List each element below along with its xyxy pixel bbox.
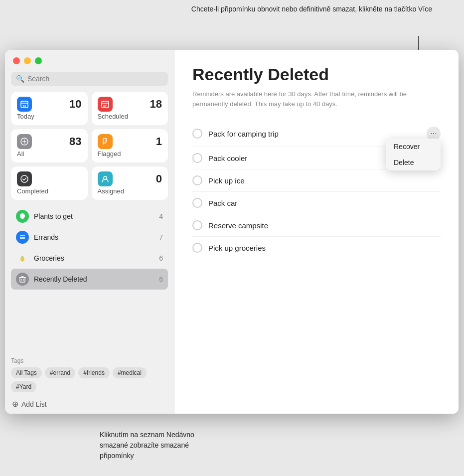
completed-label: Completed [17,187,82,195]
minimize-button[interactable] [24,57,31,64]
svg-text:10: 10 [23,105,26,108]
reminder-list: Pack for camping trip ··· Recover Delete… [192,121,441,259]
flagged-label: Flagged [98,150,162,158]
completed-icon [17,171,32,186]
all-count: 83 [69,135,81,148]
tags-section: Tags All Tags#errand#friends#medical#Yar… [5,353,174,394]
reminder-item: Pack car [192,192,441,214]
tag-friends[interactable]: #friends [78,367,110,378]
reminder-circle[interactable] [192,129,202,139]
errands-list-name: Errands [34,233,154,241]
plants-list-count: 4 [159,212,163,220]
errands-list-icon [16,231,29,244]
all-label: All [17,150,82,158]
recently-deleted-list-name: Recently Deleted [34,275,154,283]
recently-deleted-list-count: 6 [159,275,163,283]
app-window: 🔍 10 10 Today 18 Scheduled 83 All [5,50,459,414]
search-icon: 🔍 [16,75,24,83]
groceries-list-name: Groceries [34,254,154,262]
list-item-recently-deleted[interactable]: Recently Deleted 6 [11,269,168,290]
svg-point-20 [21,256,23,258]
today-count: 10 [69,98,81,111]
list-item-errands[interactable]: Errands 7 [11,227,168,248]
errands-list-count: 7 [159,233,163,241]
smart-lists: 10 10 Today 18 Scheduled 83 All 1 Flagge [5,92,174,204]
tag-medical[interactable]: #medical [113,367,147,378]
reminder-text: Pick up ice [208,176,441,185]
reminder-circle[interactable] [192,243,202,253]
main-content: Recently Deleted Reminders are available… [174,50,459,414]
all-icon [17,134,32,149]
tag-all tags[interactable]: All Tags [11,367,42,378]
page-title: Recently Deleted [192,65,441,84]
groceries-list-count: 6 [159,254,163,262]
svg-point-14 [21,175,28,182]
reminder-item: Reserve campsite [192,214,441,237]
annotation-top: Chcete-li připomínku obnovit nebo defini… [169,4,454,14]
tag-yard[interactable]: #Yard [11,381,36,392]
page-description: Reminders are available here for 30 days… [192,89,432,109]
tag-errand[interactable]: #errand [45,367,75,378]
add-list-label: Add List [21,400,47,408]
search-input[interactable] [27,75,163,83]
annotation-bottom: Kliknutím na seznam Nedávno smazané zobr… [100,430,209,461]
svg-rect-21 [20,278,25,282]
scheduled-label: Scheduled [98,113,162,120]
reminder-text: Pick up groceries [208,244,441,252]
titlebar [5,50,174,72]
add-list-button[interactable]: ⊕ Add List [5,394,174,414]
recently-deleted-list-icon [16,273,29,286]
reminder-circle[interactable] [192,198,202,208]
smart-list-today[interactable]: 10 10 Today [11,92,88,125]
reminder-text: Pack car [208,199,441,207]
flagged-icon [98,134,113,149]
close-button[interactable] [13,57,20,64]
svg-point-15 [104,176,107,179]
list-item-plants[interactable]: Plants to get 4 [11,206,168,227]
smart-list-flagged[interactable]: 1 Flagged [92,129,168,162]
flagged-count: 1 [156,135,162,148]
reminder-text: Reserve campsite [208,221,441,230]
plants-list-name: Plants to get [34,212,154,220]
list-items: Plants to get 4 Errands 7 Groceries 6 Re… [5,204,174,353]
tags-wrap: All Tags#errand#friends#medical#Yard [11,367,168,392]
delete-menu-item[interactable]: Delete [386,155,441,170]
list-item-groceries[interactable]: Groceries 6 [11,248,168,269]
reminder-item: Pack for camping trip ··· Recover Delete [192,121,441,147]
reminder-item: Pick up groceries [192,237,441,259]
reminder-circle[interactable] [192,220,202,230]
smart-list-completed[interactable]: Completed [11,166,88,200]
smart-list-assigned[interactable]: 0 Assigned [92,166,168,200]
tags-label: Tags [11,357,168,364]
maximize-button[interactable] [35,57,42,64]
today-label: Today [17,113,82,120]
plants-list-icon [16,210,29,223]
smart-list-all[interactable]: 83 All [11,129,88,162]
groceries-list-icon [16,252,29,265]
search-bar[interactable]: 🔍 [11,72,168,86]
recover-menu-item[interactable]: Recover [386,139,441,155]
reminder-circle[interactable] [192,175,202,185]
assigned-icon [98,171,113,186]
reminder-item: Pick up ice [192,169,441,192]
sidebar: 🔍 10 10 Today 18 Scheduled 83 All [5,50,174,414]
today-icon: 10 [17,97,32,112]
scheduled-count: 18 [150,98,162,111]
scheduled-icon [98,97,113,112]
context-menu: Recover Delete [386,139,441,170]
smart-list-scheduled[interactable]: 18 Scheduled [92,92,168,125]
assigned-label: Assigned [98,187,162,195]
reminder-text: Pack for camping trip [208,130,421,138]
assigned-count: 0 [156,172,162,185]
plus-icon: ⊕ [12,399,18,409]
reminder-circle[interactable] [192,153,202,163]
